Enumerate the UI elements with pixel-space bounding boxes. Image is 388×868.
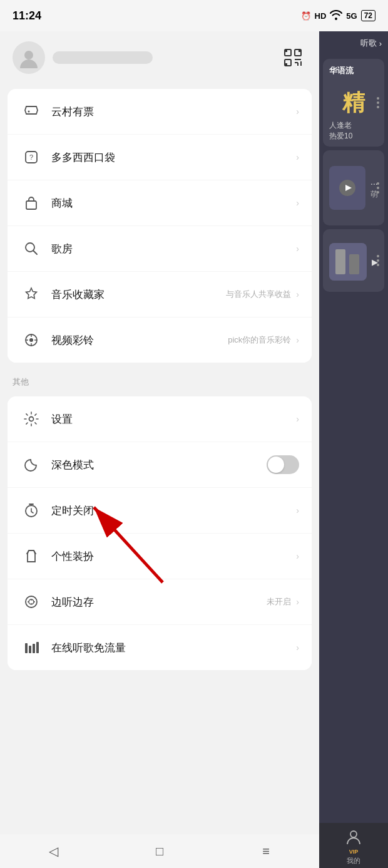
status-icons: ⏰ HD 5G 72 bbox=[301, 10, 375, 22]
menu-item-ringtone[interactable]: 视频彩铃 pick你的音乐彩铃 › bbox=[8, 318, 312, 363]
card3-thumb bbox=[329, 243, 367, 281]
freeflow-chevron: › bbox=[296, 643, 299, 653]
ringtone-chevron: › bbox=[296, 335, 299, 345]
menu-item-darkmode[interactable]: 深色模式 bbox=[8, 442, 312, 488]
menu-item-collector[interactable]: 音乐收藏家 与音乐人共享收益 › bbox=[8, 272, 312, 318]
collector-sub: 与音乐人共享收益 bbox=[226, 289, 291, 300]
menu-button[interactable]: ≡ bbox=[250, 839, 282, 864]
outfit-chevron: › bbox=[296, 551, 299, 561]
menu-item-gefront[interactable]: 歌房 › bbox=[8, 226, 312, 272]
offline-label: 边听边存 bbox=[51, 595, 267, 609]
yunpiao-chevron: › bbox=[296, 106, 299, 116]
collector-chevron: › bbox=[296, 289, 299, 299]
svg-rect-28 bbox=[329, 243, 367, 281]
svg-line-16 bbox=[34, 251, 38, 255]
status-bar: 11:24 ⏰ HD 5G 72 bbox=[0, 0, 388, 31]
svg-rect-6 bbox=[285, 63, 287, 66]
listen-btn[interactable]: 听歌 › bbox=[360, 38, 382, 49]
svg-rect-14 bbox=[26, 201, 36, 209]
ringtone-icon bbox=[20, 329, 43, 351]
svg-point-11 bbox=[28, 111, 30, 113]
darkmode-toggle[interactable] bbox=[267, 455, 299, 474]
card3-inner: ▶ bbox=[323, 229, 384, 292]
card1-title: 华语流 bbox=[329, 65, 354, 76]
svg-rect-25 bbox=[36, 642, 39, 653]
svg-point-0 bbox=[24, 51, 33, 59]
battery-icon: 72 bbox=[361, 10, 375, 21]
svg-rect-4 bbox=[299, 49, 301, 52]
menu-section-other: 设置 › 深色模式 bbox=[8, 396, 312, 670]
vip-badge-area: VIP 我的 bbox=[347, 849, 360, 865]
svg-point-18 bbox=[29, 338, 33, 342]
card1-dots[interactable] bbox=[377, 97, 379, 108]
header-actions bbox=[279, 44, 307, 71]
main-layout: 云村有票 › ? 多多西西口袋 › bbox=[0, 31, 388, 868]
timer-chevron: › bbox=[296, 505, 299, 515]
hd-badge: HD bbox=[315, 11, 327, 21]
svg-text:?: ? bbox=[29, 153, 33, 161]
menu-header-left bbox=[13, 41, 153, 74]
collector-icon bbox=[20, 283, 43, 306]
menu-item-mall[interactable]: 商城 › bbox=[8, 180, 312, 226]
right-card-1: 华语流 精 人逢老 热爱10 bbox=[323, 59, 384, 147]
menu-item-duoduo[interactable]: ? 多多西西口袋 › bbox=[8, 135, 312, 180]
scan-button[interactable] bbox=[279, 44, 307, 71]
my-icon bbox=[345, 828, 362, 849]
menu-item-yunpiao[interactable]: 云村有票 › bbox=[8, 89, 312, 135]
status-time: 11:24 bbox=[13, 9, 41, 23]
duoduo-label: 多多西西口袋 bbox=[51, 150, 294, 165]
duoduo-chevron: › bbox=[296, 152, 299, 162]
avatar[interactable] bbox=[13, 41, 45, 74]
listen-label: 听歌 bbox=[360, 38, 377, 49]
mall-icon bbox=[20, 192, 43, 214]
wifi-icon bbox=[330, 10, 342, 22]
card1-subs: 人逢老 热爱10 bbox=[329, 120, 352, 142]
menu-header bbox=[0, 31, 319, 84]
mall-label: 商城 bbox=[51, 196, 294, 210]
mall-chevron: › bbox=[296, 198, 299, 208]
alarm-icon: ⏰ bbox=[301, 11, 311, 21]
gefront-label: 歌房 bbox=[51, 242, 294, 256]
svg-rect-29 bbox=[335, 249, 345, 274]
menu-section-top: 云村有票 › ? 多多西西口袋 › bbox=[8, 89, 312, 363]
svg-rect-30 bbox=[349, 254, 359, 274]
menu-item-settings[interactable]: 设置 › bbox=[8, 396, 312, 442]
svg-point-19 bbox=[29, 417, 34, 421]
svg-point-31 bbox=[350, 831, 357, 837]
darkmode-label: 深色模式 bbox=[51, 458, 262, 472]
yunpiao-icon bbox=[20, 100, 43, 123]
darkmode-icon bbox=[20, 453, 43, 476]
card1-sub2: 热爱10 bbox=[329, 131, 352, 142]
duoduo-icon: ? bbox=[20, 146, 43, 168]
settings-icon bbox=[20, 408, 43, 430]
ringtone-label: 视频彩铃 bbox=[51, 333, 228, 348]
back-button[interactable]: ◁ bbox=[38, 839, 69, 864]
svg-rect-22 bbox=[25, 643, 28, 653]
right-card-3: ▶ bbox=[323, 229, 384, 292]
menu-item-freeflow[interactable]: 在线听歌免流量 › bbox=[8, 625, 312, 670]
right-card-2: ... 萌 bbox=[323, 150, 384, 225]
card1-content: 精 bbox=[342, 88, 365, 118]
gefront-chevron: › bbox=[296, 244, 299, 254]
menu-item-timer[interactable]: 定时关闭 › bbox=[8, 488, 312, 534]
home-button[interactable]: □ bbox=[144, 839, 175, 864]
svg-point-21 bbox=[26, 596, 37, 607]
right-bottom-nav: VIP 我的 bbox=[319, 823, 388, 868]
card2-thumb bbox=[329, 166, 365, 210]
gefront-icon bbox=[20, 237, 43, 260]
collector-label: 音乐收藏家 bbox=[51, 287, 226, 302]
ringtone-sub: pick你的音乐彩铃 bbox=[228, 334, 291, 346]
offline-sub: 未开启 bbox=[267, 596, 291, 607]
card1-sub1: 人逢老 bbox=[329, 120, 352, 131]
card3-dots[interactable] bbox=[377, 255, 379, 266]
svg-rect-2 bbox=[285, 49, 287, 52]
svg-rect-24 bbox=[33, 644, 35, 653]
outfit-icon bbox=[20, 545, 43, 567]
menu-item-outfit[interactable]: 个性装扮 › bbox=[8, 534, 312, 579]
yunpiao-label: 云村有票 bbox=[51, 105, 294, 119]
vip-badge: VIP bbox=[349, 849, 359, 855]
right-header: 听歌 › bbox=[319, 31, 388, 55]
settings-chevron: › bbox=[296, 414, 299, 424]
card2-dots[interactable] bbox=[377, 182, 379, 194]
menu-item-offline[interactable]: 边听边存 未开启 › bbox=[8, 579, 312, 625]
